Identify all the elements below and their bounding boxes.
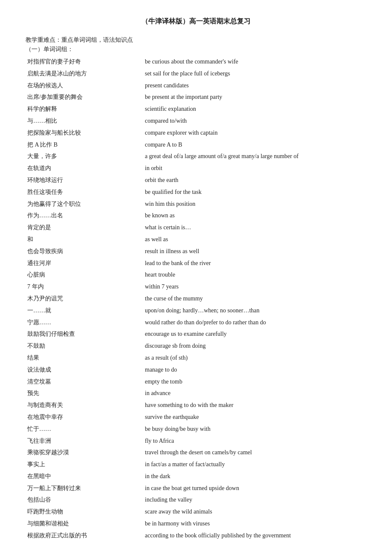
chinese-term: 对指挥官的妻子好奇 — [26, 56, 119, 68]
english-term: set sail for the place full of icebergs — [119, 68, 366, 80]
chinese-term: 作为……出名 — [26, 210, 119, 222]
english-term: as a result (of sth) — [119, 352, 366, 364]
chinese-term: 万一船上下翻转过来 — [26, 482, 119, 494]
table-row: 心脏病heart trouble — [26, 269, 366, 281]
chinese-term: 与细菌和谐相处 — [26, 518, 119, 530]
chinese-term: 在地震中幸存 — [26, 411, 119, 423]
english-term: travel through the desert on camels/by c… — [119, 447, 366, 459]
chinese-term: 包括山谷 — [26, 494, 119, 506]
chinese-term: 在轨道内 — [26, 162, 119, 174]
chinese-term: 环绕地球运行 — [26, 174, 119, 186]
chinese-term: 忙于…… — [26, 423, 119, 435]
english-term: according to the book officially publish… — [119, 530, 366, 542]
table-row: 通往河岸lead to the bank of the river — [26, 257, 366, 269]
table-row: 与细菌和谐相处be in harmony with viruses — [26, 518, 366, 530]
table-row: 科学的解释scientific explanation — [26, 103, 366, 115]
chinese-term: 在黑暗中 — [26, 470, 119, 482]
table-row: 乘骆驼穿越沙漠travel through the desert on came… — [26, 447, 366, 459]
table-row: 包括山谷including the valley — [26, 494, 366, 506]
chinese-term: 事实上 — [26, 459, 119, 470]
english-term: heart trouble — [119, 269, 366, 281]
english-term: manage to do — [119, 364, 366, 376]
table-row: 设法做成manage to do — [26, 364, 366, 376]
english-term: lead to the bank of the river — [119, 257, 366, 269]
table-row: 肯定的是what is certain is… — [26, 222, 366, 234]
chinese-term: 设法做成 — [26, 364, 119, 376]
table-row: 在场的候选人present candidates — [26, 80, 366, 92]
chinese-term: 把探险家与船长比较 — [26, 127, 119, 139]
table-row: 启航去满是冰山的地方set sail for the place full of… — [26, 68, 366, 80]
page-title: （牛津译林版）高一英语期末总复习 — [26, 17, 366, 26]
table-row: 把 A 比作 Bcompare A to B — [26, 139, 366, 151]
chinese-term: 与制造商有关 — [26, 399, 119, 411]
english-term: be qualified for the task — [119, 186, 366, 198]
english-term: compare A to B — [119, 139, 366, 151]
table-row: 结果as a result (of sth) — [26, 352, 366, 364]
chinese-term: 科学的解释 — [26, 103, 119, 115]
chinese-term: 一……就 — [26, 305, 119, 317]
chinese-term: 清空坟墓 — [26, 376, 119, 388]
chinese-term: 心脏病 — [26, 269, 119, 281]
chinese-term: 与……相比 — [26, 115, 119, 127]
english-term: result in illness as well — [119, 245, 366, 257]
table-row: 一……就upon/on doing; hardly…when; no soone… — [26, 305, 366, 317]
chinese-term: 启航去满是冰山的地方 — [26, 68, 119, 80]
table-row: 鼓励我们仔细检查encourage us to examine carefull… — [26, 328, 366, 340]
english-term: be busy doing/be busy with — [119, 423, 366, 435]
english-term: in fact/as a matter of fact/actually — [119, 459, 366, 470]
english-term: scientific explanation — [119, 103, 366, 115]
english-term: what is certain is… — [119, 222, 366, 234]
english-term: be known as — [119, 210, 366, 222]
table-row: 为他赢得了这个职位win him this position — [26, 198, 366, 210]
table-row: 木乃尹的诅咒the curse of the mummy — [26, 293, 366, 305]
english-term: scare away the wild animals — [119, 506, 366, 518]
english-term: in the dark — [119, 470, 366, 482]
english-term: be present at the important party — [119, 91, 366, 103]
chinese-term: 在场的候选人 — [26, 80, 119, 92]
chinese-term: 7 年内 — [26, 281, 119, 293]
table-row: 与制造商有关have something to do with the make… — [26, 399, 366, 411]
table-row: 在黑暗中in the dark — [26, 470, 366, 482]
table-row: 环绕地球运行orbit the earth — [26, 174, 366, 186]
english-term: survive the earthquake — [119, 411, 366, 423]
chinese-term: 和 — [26, 234, 119, 245]
chinese-term: 把 A 比作 B — [26, 139, 119, 151]
english-term: including the valley — [119, 494, 366, 506]
chinese-term: 结果 — [26, 352, 119, 364]
chinese-term: 宁愿…… — [26, 317, 119, 329]
english-term: upon/on doing; hardly…when; no sooner…th… — [119, 305, 366, 317]
table-row: 根据政府正式出版的书according to the book official… — [26, 530, 366, 542]
english-term: present candidates — [119, 80, 366, 92]
english-term: in advance — [119, 387, 366, 399]
english-term: in case the boat get turned upside down — [119, 482, 366, 494]
english-term: orbit the earth — [119, 174, 366, 186]
table-row: 宁愿……would rather do than do/prefer to do… — [26, 317, 366, 329]
table-row: 作为……出名be known as — [26, 210, 366, 222]
vocab-table: 对指挥官的妻子好奇be curious about the commander'… — [26, 56, 366, 542]
english-term: would rather do than do/prefer to do rat… — [119, 317, 366, 329]
chinese-term: 通往河岸 — [26, 257, 119, 269]
table-row: 不鼓励discourage sb from doing — [26, 340, 366, 352]
chinese-term: 飞往非洲 — [26, 435, 119, 447]
english-term: empty the tomb — [119, 376, 366, 388]
english-term: as well as — [119, 234, 366, 245]
english-term: discourage sb from doing — [119, 340, 366, 352]
table-row: 在地震中幸存survive the earthquake — [26, 411, 366, 423]
table-row: 事实上in fact/as a matter of fact/actually — [26, 459, 366, 470]
chinese-term: 乘骆驼穿越沙漠 — [26, 447, 119, 459]
table-row: 吓跑野生动物scare away the wild animals — [26, 506, 366, 518]
english-term: have something to do with the maker — [119, 399, 366, 411]
chinese-term: 吓跑野生动物 — [26, 506, 119, 518]
english-term: encourage us to examine carefully — [119, 328, 366, 340]
chinese-term: 大量，许多 — [26, 150, 119, 162]
english-term: a great deal of/a large amount of/a grea… — [119, 150, 366, 162]
chinese-term: 为他赢得了这个职位 — [26, 198, 119, 210]
chinese-term: 胜任这项任务 — [26, 186, 119, 198]
english-term: in orbit — [119, 162, 366, 174]
chinese-term: 肯定的是 — [26, 222, 119, 234]
table-row: 清空坟墓empty the tomb — [26, 376, 366, 388]
chinese-term: 木乃尹的诅咒 — [26, 293, 119, 305]
table-row: 预先in advance — [26, 387, 366, 399]
english-term: within 7 years — [119, 281, 366, 293]
table-row: 对指挥官的妻子好奇be curious about the commander'… — [26, 56, 366, 68]
